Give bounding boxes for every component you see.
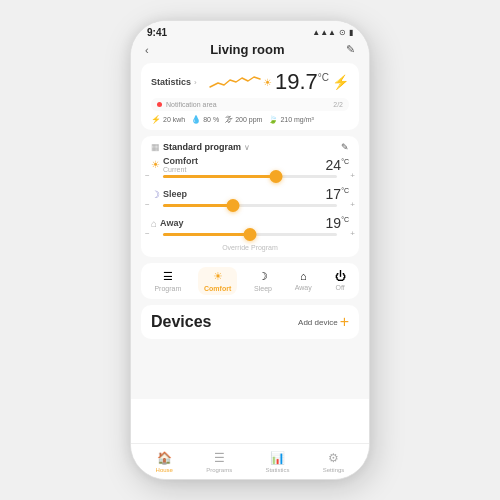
comfort-tab-icon: ☀	[213, 270, 223, 283]
away-plus[interactable]: +	[350, 229, 355, 238]
statistics-nav-icon: 📊	[270, 451, 285, 465]
programs-nav-icon: ☰	[214, 451, 225, 465]
devices-section: Devices Add device +	[141, 305, 359, 339]
settings-nav-label: Settings	[323, 467, 345, 473]
stats-chart	[210, 73, 260, 91]
humidity-icon: 💧	[191, 115, 201, 124]
away-tab-label: Away	[295, 284, 312, 291]
statistics-card: Statistics › ☀ 19.7°C ⚡	[141, 63, 359, 130]
metric-energy: ⚡ 20 kwh	[151, 115, 185, 124]
battery-icon: ▮	[349, 28, 353, 37]
program-name: Standard program	[163, 142, 241, 152]
program-dropdown[interactable]: ∨	[244, 143, 250, 152]
statistics-nav-label: Statistics	[265, 467, 289, 473]
away-label: Away	[160, 218, 183, 228]
tab-off[interactable]: ⏻ Off	[329, 267, 352, 295]
wifi-icon: ⊙	[339, 28, 346, 37]
metric-air: 🍃 210 mg/m³	[268, 115, 313, 124]
comfort-thumb[interactable]	[270, 170, 283, 183]
program-card: ▦ Standard program ∨ ✎ ☀ Comfort Current	[141, 136, 359, 257]
comfort-fill	[163, 175, 276, 178]
comfort-slider-row: ☀ Comfort Current 24°C − +	[151, 156, 349, 178]
main-content: Statistics › ☀ 19.7°C ⚡	[131, 63, 369, 399]
notification-text: Notification area	[166, 101, 217, 108]
sleep-tab-icon: ☽	[258, 270, 268, 283]
energy-icon: ⚡	[151, 115, 161, 124]
status-bar: 9:41 ▲▲▲ ⊙ ▮	[131, 21, 369, 40]
co2-value: 200 ppm	[235, 116, 262, 123]
energy-value: 20 kwh	[163, 116, 185, 123]
air-value: 210 mg/m³	[280, 116, 313, 123]
edit-button[interactable]: ✎	[346, 43, 355, 56]
programs-nav-label: Programs	[206, 467, 232, 473]
house-nav-icon: 🏠	[157, 451, 172, 465]
comfort-plus[interactable]: +	[350, 171, 355, 180]
nav-programs[interactable]: ☰ Programs	[206, 451, 232, 473]
override-label: Override Program	[151, 244, 349, 251]
air-icon: 🍃	[268, 115, 278, 124]
away-slider-row: ⌂ Away 19°C − +	[151, 215, 349, 236]
off-tab-icon: ⏻	[335, 270, 346, 282]
tab-sleep[interactable]: ☽ Sleep	[248, 267, 278, 295]
comfort-minus[interactable]: −	[145, 171, 150, 180]
comfort-sublabel: Current	[163, 166, 198, 173]
current-temperature: 19.7°C	[275, 69, 329, 95]
bolt-icon: ⚡	[332, 74, 349, 90]
app-header: ‹ Living room ✎	[131, 40, 369, 63]
off-tab-label: Off	[335, 284, 344, 291]
signal-icon: ▲▲▲	[312, 28, 336, 37]
bottom-nav: 🏠 House ☰ Programs 📊 Statistics ⚙ Settin…	[131, 443, 369, 479]
comfort-label: Comfort	[163, 156, 198, 166]
humidity-value: 80 %	[203, 116, 219, 123]
house-nav-label: House	[156, 467, 173, 473]
sleep-fill	[163, 204, 233, 207]
sleep-slider-row: ☽ Sleep 17°C − +	[151, 186, 349, 207]
away-track[interactable]	[163, 233, 337, 236]
comfort-icon: ☀	[151, 159, 160, 170]
co2-icon: 🌫	[225, 115, 233, 124]
sleep-thumb[interactable]	[226, 199, 239, 212]
sleep-label: Sleep	[163, 189, 187, 199]
nav-settings[interactable]: ⚙ Settings	[323, 451, 345, 473]
add-device-plus-icon[interactable]: +	[340, 313, 349, 331]
tab-program[interactable]: ☰ Program	[148, 267, 187, 295]
add-device-button[interactable]: Add device +	[298, 313, 349, 331]
tab-away[interactable]: ⌂ Away	[289, 267, 318, 295]
notification-dot	[157, 102, 162, 107]
away-tab-icon: ⌂	[300, 270, 307, 282]
sleep-minus[interactable]: −	[145, 200, 150, 209]
away-thumb[interactable]	[244, 228, 257, 241]
phone-frame: 9:41 ▲▲▲ ⊙ ▮ ‹ Living room ✎ Statistics …	[130, 20, 370, 480]
back-button[interactable]: ‹	[145, 44, 149, 56]
away-icon: ⌂	[151, 218, 157, 229]
mode-tabs: ☰ Program ☀ Comfort ☽ Sleep ⌂ Away ⏻ Off	[141, 263, 359, 299]
stats-arrow: ›	[194, 78, 197, 87]
sleep-track[interactable]	[163, 204, 337, 207]
nav-house[interactable]: 🏠 House	[156, 451, 173, 473]
statistics-label[interactable]: Statistics	[151, 77, 191, 87]
status-icons: ▲▲▲ ⊙ ▮	[312, 28, 353, 37]
metric-co2: 🌫 200 ppm	[225, 115, 262, 124]
tab-comfort[interactable]: ☀ Comfort	[198, 267, 237, 295]
comfort-tab-label: Comfort	[204, 285, 231, 292]
stats-metrics: ⚡ 20 kwh 💧 80 % 🌫 200 ppm 🍃 210 mg/m³	[151, 115, 349, 124]
away-temp: 19°C	[326, 215, 349, 231]
add-device-label[interactable]: Add device	[298, 318, 338, 327]
program-icon: ▦	[151, 142, 160, 152]
program-tab-icon: ☰	[163, 270, 173, 283]
sleep-temp: 17°C	[326, 186, 349, 202]
program-edit-button[interactable]: ✎	[341, 142, 349, 152]
comfort-track[interactable]	[163, 175, 337, 178]
status-time: 9:41	[147, 27, 167, 38]
nav-statistics[interactable]: 📊 Statistics	[265, 451, 289, 473]
sleep-tab-label: Sleep	[254, 285, 272, 292]
away-minus[interactable]: −	[145, 229, 150, 238]
page-title: Living room	[210, 42, 284, 57]
devices-title: Devices	[151, 313, 212, 331]
metric-humidity: 💧 80 %	[191, 115, 219, 124]
settings-nav-icon: ⚙	[328, 451, 339, 465]
program-tab-label: Program	[154, 285, 181, 292]
away-fill	[163, 233, 250, 236]
comfort-temp: 24°C	[326, 157, 349, 173]
sleep-plus[interactable]: +	[350, 200, 355, 209]
